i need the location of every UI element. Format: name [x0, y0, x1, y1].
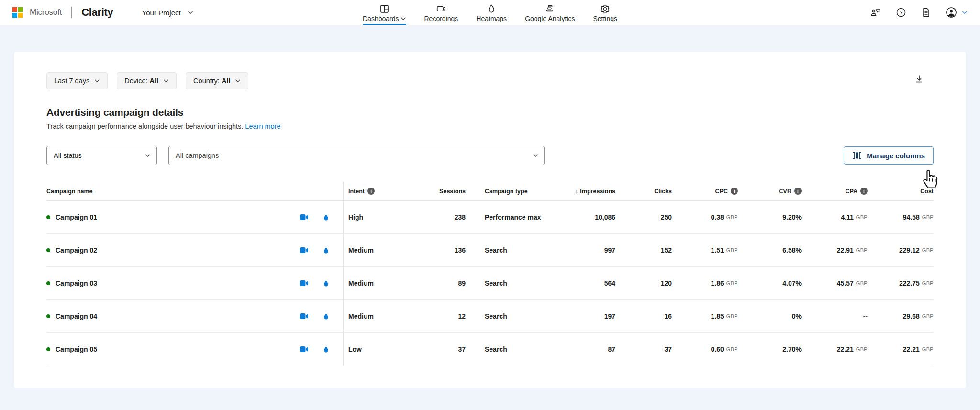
svg-text:?: ?: [900, 10, 903, 15]
feedback-icon: [870, 7, 881, 18]
col-cost[interactable]: Cost: [868, 188, 934, 195]
nav-settings[interactable]: Settings: [593, 3, 617, 24]
info-icon[interactable]: [368, 188, 375, 195]
view-recordings-button[interactable]: [300, 246, 309, 254]
cvr-cell: 2.70%: [738, 345, 802, 353]
page-title: Advertising campaign details: [46, 107, 934, 118]
feedback-button[interactable]: [870, 7, 881, 18]
device-filter[interactable]: Device: All: [117, 72, 177, 89]
learn-more-link[interactable]: Learn more: [245, 122, 280, 130]
impressions-cell: 564: [549, 279, 615, 287]
main-nav: Dashboards Recordings Heatmaps Google An…: [363, 0, 617, 25]
view-heatmap-button[interactable]: [323, 312, 330, 321]
page-subtitle: Track campaign performance alongside use…: [46, 122, 934, 130]
video-camera-icon: [300, 213, 309, 221]
cpc-cell: 1.86GBP: [672, 279, 738, 287]
clicks-cell: 152: [615, 246, 672, 254]
cpa-cell: 22.91GBP: [802, 246, 868, 254]
view-recordings-button[interactable]: [300, 213, 309, 221]
manage-columns-button[interactable]: Manage columns: [844, 146, 934, 165]
flame-icon: [323, 279, 330, 288]
docs-button[interactable]: [921, 7, 931, 18]
nav-recordings[interactable]: Recordings: [424, 3, 458, 24]
view-heatmap-button[interactable]: [323, 213, 330, 222]
google-analytics-icon: [545, 3, 555, 14]
docs-icon: [921, 7, 931, 18]
col-intent[interactable]: Intent: [344, 188, 403, 195]
nav-dashboards[interactable]: Dashboards: [363, 3, 406, 25]
clicks-cell: 16: [615, 312, 672, 320]
nav-google-analytics[interactable]: Google Analytics: [525, 3, 575, 24]
campaign-name: Campaign 03: [56, 279, 97, 287]
campaign-type-cell: Search: [466, 345, 549, 353]
top-navbar: Microsoft Clarity Your Project Dashboard…: [0, 0, 980, 25]
download-button[interactable]: [914, 74, 924, 86]
col-sessions[interactable]: Sessions: [403, 188, 466, 195]
sessions-cell: 136: [403, 246, 466, 254]
status-dot: [46, 248, 50, 252]
chevron-down-icon: [145, 153, 151, 158]
view-heatmap-button[interactable]: [323, 345, 330, 354]
impressions-cell: 197: [549, 312, 615, 320]
intent-cell: Medium: [344, 246, 403, 254]
table-row[interactable]: Campaign 05 Low 37 Search 87 37 0.60GBP …: [46, 333, 934, 366]
info-icon[interactable]: [794, 188, 802, 195]
col-cpa[interactable]: CPA: [802, 188, 868, 195]
info-icon[interactable]: [731, 188, 738, 195]
table-row[interactable]: Campaign 03 Medium 89 Search 564 120 1.8…: [46, 267, 934, 300]
chevron-down-icon: [533, 153, 538, 158]
intent-cell: Medium: [344, 312, 403, 320]
col-cpc[interactable]: CPC: [672, 188, 738, 195]
table-row[interactable]: Campaign 01 High 238 Performance max 10,…: [46, 201, 934, 234]
status-dot: [46, 281, 50, 285]
campaign-type-cell: Search: [466, 312, 549, 320]
info-icon[interactable]: [860, 188, 868, 195]
table-row[interactable]: Campaign 04 Medium 12 Search 197 16 1.85…: [46, 300, 934, 333]
chevron-down-icon: [94, 78, 100, 84]
sessions-cell: 12: [403, 312, 466, 320]
cost-cell: 94.58GBP: [868, 213, 934, 221]
status-dot: [46, 314, 50, 318]
intent-cell: Low: [344, 345, 403, 353]
status-select[interactable]: All status: [46, 146, 157, 165]
chevron-down-icon: [400, 16, 406, 22]
filters-row: Last 7 days Device: All Country: All: [46, 72, 934, 89]
chevron-down-icon: [188, 10, 193, 15]
cpc-cell: 0.38GBP: [672, 213, 738, 221]
dashboard-card: Last 7 days Device: All Country: All Adv…: [14, 52, 966, 388]
nav-heatmaps[interactable]: Heatmaps: [476, 3, 507, 24]
col-impressions[interactable]: Impressions: [549, 188, 615, 195]
campaign-select[interactable]: All campaigns: [168, 146, 545, 165]
date-range-filter[interactable]: Last 7 days: [46, 72, 108, 89]
heatmaps-icon: [487, 3, 496, 14]
manage-columns-icon: [852, 151, 862, 160]
view-heatmap-button[interactable]: [323, 246, 330, 255]
col-campaign-type[interactable]: Campaign type: [466, 188, 549, 195]
country-filter[interactable]: Country: All: [186, 72, 248, 89]
account-button[interactable]: [946, 7, 957, 18]
table-row[interactable]: Campaign 02 Medium 136 Search 997 152 1.…: [46, 234, 934, 267]
help-button[interactable]: ?: [896, 7, 906, 18]
cvr-cell: 0%: [738, 312, 802, 320]
campaign-table: Campaign name Intent Sessions Campaign t…: [46, 182, 934, 366]
view-heatmap-button[interactable]: [323, 279, 330, 288]
account-menu-button[interactable]: [962, 10, 968, 15]
col-cvr[interactable]: CVR: [738, 188, 802, 195]
col-clicks[interactable]: Clicks: [615, 188, 672, 195]
clicks-cell: 120: [615, 279, 672, 287]
col-campaign-name[interactable]: Campaign name: [46, 182, 344, 200]
campaign-name: Campaign 01: [56, 213, 97, 221]
cpa-cell: 4.11GBP: [802, 213, 868, 221]
campaign-type-cell: Performance max: [466, 213, 549, 221]
view-recordings-button[interactable]: [300, 345, 309, 353]
sessions-cell: 37: [403, 345, 466, 353]
campaign-type-cell: Search: [466, 279, 549, 287]
video-camera-icon: [300, 345, 309, 353]
chevron-down-icon: [235, 78, 241, 84]
view-recordings-button[interactable]: [300, 312, 309, 320]
project-selector[interactable]: Your Project: [142, 9, 193, 17]
dashboards-icon: [379, 3, 390, 14]
microsoft-wordmark: Microsoft: [30, 8, 62, 17]
sessions-cell: 238: [403, 213, 466, 221]
view-recordings-button[interactable]: [300, 279, 309, 287]
